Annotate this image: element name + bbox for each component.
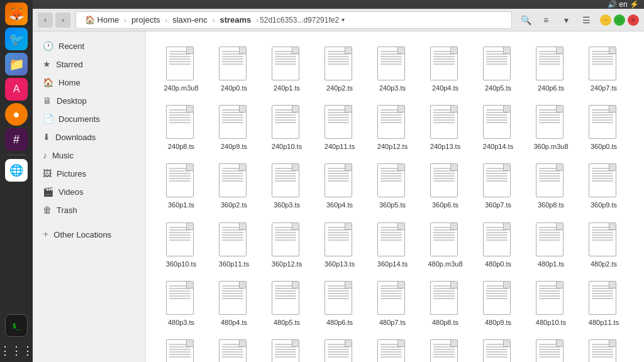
sidebar-item-trash[interactable]: 🗑 Trash	[35, 201, 143, 219]
minimize-button[interactable]: −	[600, 14, 611, 26]
file-item[interactable]: 240p6.ts	[526, 41, 576, 97]
file-item[interactable]: 720p1.ts	[420, 334, 470, 362]
file-item[interactable]: 240p7.ts	[579, 41, 629, 97]
sidebar-item-starred[interactable]: ★ Starred	[35, 55, 143, 73]
file-icon-doc	[483, 163, 513, 199]
file-item[interactable]: 480p10.ts	[526, 276, 576, 332]
file-icon-doc	[483, 281, 513, 316]
file-grid: 240p.m3u8 240p0.ts 240p1.ts 240p2.ts	[146, 31, 644, 362]
file-item[interactable]: 240p1.ts	[262, 41, 312, 97]
file-item[interactable]: 240p0.ts	[209, 41, 259, 97]
dock-files[interactable]: 📁	[5, 53, 28, 75]
file-item[interactable]: 720p.m3u8	[314, 334, 365, 362]
file-item[interactable]: 360p10.ts	[156, 217, 206, 273]
dock-firefox[interactable]: 🦊	[5, 3, 28, 25]
file-item[interactable]: 360p8.ts	[526, 158, 576, 214]
file-item[interactable]: 720p4.ts	[579, 334, 629, 362]
dock-chrome[interactable]: 🌐	[5, 159, 28, 182]
forward-button[interactable]: ›	[55, 13, 70, 28]
file-item[interactable]: 480p9.ts	[473, 276, 523, 332]
sidebar-item-home[interactable]: 🏠 Home	[35, 74, 143, 91]
breadcrumb-hash[interactable]: 52d1c6353...d97291fe2 ▾	[260, 16, 345, 25]
file-item[interactable]: 720p2.ts	[473, 334, 523, 362]
file-item[interactable]: 360p.m3u8	[526, 100, 576, 156]
file-item[interactable]: 360p14.ts	[367, 217, 418, 273]
file-item[interactable]: 360p4.ts	[314, 158, 365, 214]
file-item[interactable]: 480p.m3u8	[420, 217, 470, 273]
dock-software[interactable]: A	[5, 78, 28, 101]
sidebar-item-desktop[interactable]: 🖥 Desktop	[35, 92, 143, 109]
file-item[interactable]: 240p.m3u8	[156, 41, 206, 97]
dock-settings[interactable]: ●	[5, 103, 28, 126]
file-item[interactable]: 480p2.ts	[579, 217, 629, 273]
file-item[interactable]: 240p13.ts	[420, 100, 470, 156]
file-icon-doc	[325, 222, 355, 258]
dock-show-apps[interactable]: ⋮⋮⋮	[5, 339, 28, 362]
list-view-button[interactable]: ≡	[537, 11, 555, 29]
dock-slack[interactable]: #	[5, 128, 28, 151]
file-item[interactable]: 480p12.ts	[156, 334, 206, 362]
file-item[interactable]: 240p5.ts	[473, 41, 523, 97]
file-item[interactable]: 480p0.ts	[473, 217, 523, 273]
file-item[interactable]: 360p5.ts	[367, 158, 418, 214]
breadcrumb-projects[interactable]: projects	[128, 14, 164, 26]
dock-terminal[interactable]: $_	[5, 314, 28, 337]
dock-thunderbird[interactable]: 🐦	[5, 28, 28, 50]
file-item[interactable]: 360p13.ts	[314, 217, 365, 273]
breadcrumb-streams[interactable]: streams	[216, 14, 255, 26]
menu-button[interactable]: ☰	[577, 11, 595, 29]
search-button[interactable]: 🔍	[517, 11, 535, 29]
file-item[interactable]: 480p11.ts	[579, 276, 629, 332]
file-icon-doc	[377, 163, 408, 199]
file-item[interactable]: 360p2.ts	[209, 158, 259, 214]
document-icon	[325, 47, 352, 80]
sidebar-item-music[interactable]: ♪ Music	[35, 146, 143, 164]
maximize-button[interactable]: □	[614, 14, 625, 26]
file-item[interactable]: 360p1.ts	[156, 158, 206, 214]
file-item[interactable]: 480p14.ts	[262, 334, 312, 362]
file-icon-doc	[430, 105, 460, 140]
file-item[interactable]: 360p7.ts	[473, 158, 523, 214]
close-button[interactable]: ✕	[628, 14, 639, 26]
breadcrumb-slaxn-enc[interactable]: slaxn-enc	[169, 14, 211, 26]
breadcrumb-home[interactable]: 🏠 Home	[81, 14, 123, 26]
file-item[interactable]: 360p9.ts	[579, 158, 629, 214]
trash-icon: 🗑	[43, 205, 52, 215]
sidebar-item-pictures[interactable]: 🖼 Pictures	[35, 165, 143, 182]
sidebar-item-other-locations[interactable]: + Other Locations	[35, 225, 143, 244]
file-item[interactable]: 480p1.ts	[526, 217, 576, 273]
sidebar-item-documents[interactable]: 📄 Documents	[35, 110, 143, 128]
file-item[interactable]: 240p4.ts	[420, 41, 470, 97]
back-button[interactable]: ‹	[38, 13, 53, 28]
file-item[interactable]: 240p3.ts	[367, 41, 418, 97]
file-item[interactable]: 240p8.ts	[156, 100, 206, 156]
file-item[interactable]: 240p10.ts	[262, 100, 312, 156]
file-item[interactable]: 480p5.ts	[262, 276, 312, 332]
file-item[interactable]: 360p0.ts	[579, 100, 629, 156]
file-item[interactable]: 480p8.ts	[420, 276, 470, 332]
file-item[interactable]: 360p12.ts	[262, 217, 312, 273]
file-item[interactable]: 480p7.ts	[367, 276, 418, 332]
file-icon-doc	[589, 339, 619, 362]
file-item[interactable]: 480p13.ts	[209, 334, 259, 362]
sidebar-item-recent[interactable]: 🕐 Recent	[35, 37, 143, 55]
file-item[interactable]: 240p9.ts	[209, 100, 259, 156]
file-item[interactable]: 720p0.ts	[367, 334, 418, 362]
file-icon-doc	[325, 281, 355, 316]
file-item[interactable]: 720p3.ts	[526, 334, 576, 362]
sidebar-item-videos[interactable]: 🎬 Videos	[35, 183, 143, 200]
file-item[interactable]: 360p3.ts	[262, 158, 312, 214]
file-item[interactable]: 240p11.ts	[314, 100, 365, 156]
file-item[interactable]: 480p6.ts	[314, 276, 365, 332]
document-icon	[483, 105, 511, 139]
file-icon-doc	[219, 163, 249, 199]
file-item[interactable]: 240p14.ts	[473, 100, 523, 156]
file-item[interactable]: 240p12.ts	[367, 100, 418, 156]
file-item[interactable]: 480p4.ts	[209, 276, 259, 332]
view-options-button[interactable]: ▾	[557, 11, 575, 29]
file-item[interactable]: 360p6.ts	[420, 158, 470, 214]
file-item[interactable]: 240p2.ts	[314, 41, 365, 97]
file-item[interactable]: 480p3.ts	[156, 276, 206, 332]
file-item[interactable]: 360p11.ts	[209, 217, 259, 273]
sidebar-item-downloads[interactable]: ⬇ Downloads	[35, 128, 143, 146]
